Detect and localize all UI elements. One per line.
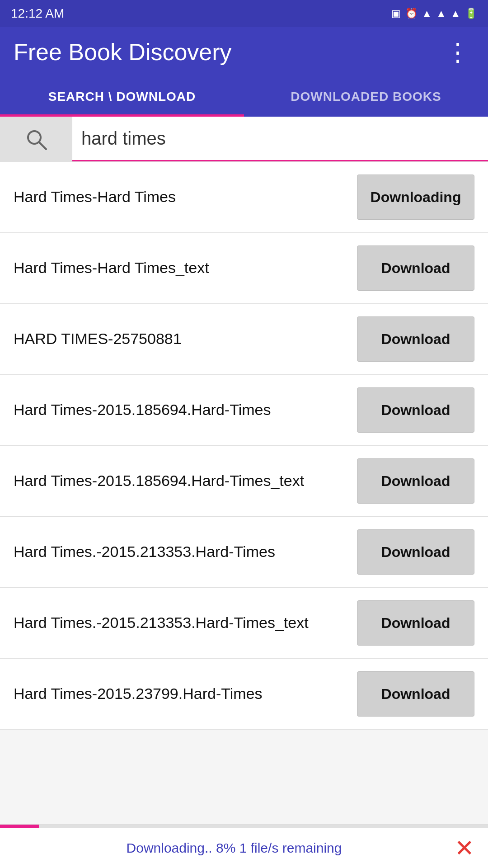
svg-line-1 <box>39 142 46 149</box>
search-icon <box>24 127 48 151</box>
result-title: Hard Times-2015.185694.Hard-Times_text <box>14 470 357 492</box>
download-button[interactable]: Download <box>357 600 474 646</box>
download-button[interactable]: Download <box>357 245 474 291</box>
results-list: Hard Times-Hard TimesDownloadingHard Tim… <box>0 162 488 730</box>
list-item: Hard Times-2015.185694.Hard-Times_textDo… <box>0 446 488 517</box>
list-item: Hard Times.-2015.213353.Hard-TimesDownlo… <box>0 517 488 588</box>
tab-search-download[interactable]: SEARCH \ DOWNLOAD <box>0 77 244 117</box>
download-button[interactable]: Download <box>357 671 474 717</box>
progress-bar-fill <box>0 825 39 828</box>
result-title: Hard Times.-2015.213353.Hard-Times <box>14 541 357 563</box>
downloading-button[interactable]: Downloading <box>357 175 474 220</box>
wifi-icon: ▲ <box>422 8 432 19</box>
bottom-bar: Downloading.. 8% 1 file/s remaining ✕ <box>0 824 488 868</box>
result-title: Hard Times-Hard Times <box>14 186 357 208</box>
list-item: HARD TIMES-25750881Download <box>0 304 488 375</box>
list-item: Hard Times-2015.185694.Hard-TimesDownloa… <box>0 375 488 446</box>
alarm-icon: ⏰ <box>405 8 418 19</box>
search-bar <box>0 117 488 162</box>
search-input[interactable] <box>72 117 488 161</box>
app-bar: Free Book Discovery ⋮ <box>0 27 488 77</box>
signal2-icon: ▲ <box>450 8 460 19</box>
sim-icon: ▣ <box>391 8 401 19</box>
result-title: HARD TIMES-25750881 <box>14 328 357 350</box>
status-bar: 12:12 AM ▣ ⏰ ▲ ▲ ▲ 🔋 <box>0 0 488 27</box>
list-item: Hard Times-Hard Times_textDownload <box>0 233 488 304</box>
result-title: Hard Times-2015.185694.Hard-Times <box>14 399 357 421</box>
progress-bar-container <box>0 825 488 828</box>
result-title: Hard Times-2015.23799.Hard-Times <box>14 683 357 705</box>
status-icons: ▣ ⏰ ▲ ▲ ▲ 🔋 <box>391 8 477 19</box>
search-button[interactable] <box>0 117 72 162</box>
close-download-button[interactable]: ✕ <box>455 836 474 860</box>
result-title: Hard Times.-2015.213353.Hard-Times_text <box>14 612 357 634</box>
download-button[interactable]: Download <box>357 458 474 504</box>
app-title: Free Book Discovery <box>14 38 232 66</box>
list-item: Hard Times-Hard TimesDownloading <box>0 162 488 233</box>
result-title: Hard Times-Hard Times_text <box>14 257 357 279</box>
tab-downloaded-books[interactable]: DOWNLOADED BOOKS <box>244 77 488 117</box>
battery-icon: 🔋 <box>465 8 477 19</box>
tabs-container: SEARCH \ DOWNLOAD DOWNLOADED BOOKS <box>0 77 488 117</box>
download-button[interactable]: Download <box>357 387 474 433</box>
download-button[interactable]: Download <box>357 529 474 575</box>
list-item: Hard Times-2015.23799.Hard-TimesDownload <box>0 659 488 730</box>
download-button[interactable]: Download <box>357 316 474 362</box>
download-status-text: Downloading.. 8% 1 file/s remaining <box>14 840 455 856</box>
signal-icon: ▲ <box>436 8 446 19</box>
bottom-status: Downloading.. 8% 1 file/s remaining ✕ <box>0 828 488 868</box>
list-item: Hard Times.-2015.213353.Hard-Times_textD… <box>0 588 488 659</box>
status-time: 12:12 AM <box>11 6 64 21</box>
overflow-menu-button[interactable]: ⋮ <box>441 35 474 69</box>
